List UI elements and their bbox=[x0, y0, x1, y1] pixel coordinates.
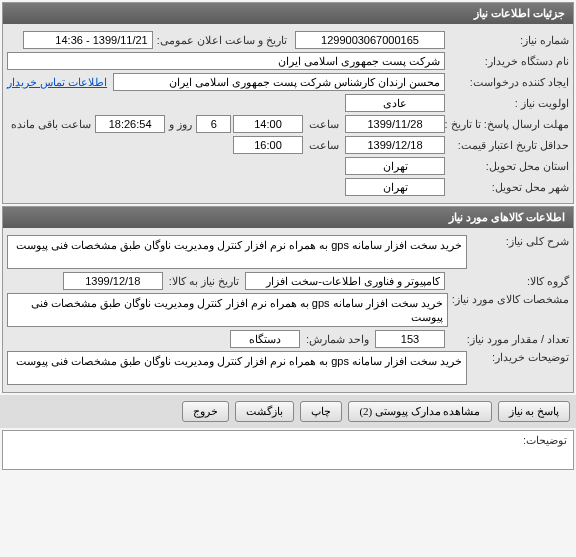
item-spec-field[interactable] bbox=[7, 293, 448, 327]
priority-label: اولویت نیاز : bbox=[449, 97, 569, 110]
need-details-body: شماره نیاز: تاریخ و ساعت اعلان عمومی: نا… bbox=[3, 24, 573, 203]
time-label-2: ساعت bbox=[309, 139, 339, 152]
deadline-label: مهلت ارسال پاسخ: تا تاریخ : bbox=[449, 118, 569, 131]
notes-label: توضیحات: bbox=[3, 431, 573, 450]
time-label-1: ساعت bbox=[309, 118, 339, 131]
delivery-city-label: شهر محل تحویل: bbox=[449, 181, 569, 194]
delivery-province-field[interactable] bbox=[345, 157, 445, 175]
unit-field[interactable] bbox=[230, 330, 300, 348]
delivery-city-field[interactable] bbox=[345, 178, 445, 196]
attachments-button[interactable]: مشاهده مدارک پیوستی (2) bbox=[348, 401, 491, 422]
contact-link[interactable]: اطلاعات تماس خریدار bbox=[7, 76, 107, 89]
goods-info-panel: اطلاعات کالاهای مورد نیاز شرح کلی نیاز: … bbox=[2, 206, 574, 393]
unit-label: واحد شمارش: bbox=[306, 333, 369, 346]
min-credit-label: حداقل تاریخ اعتبار قیمت: bbox=[449, 139, 569, 152]
priority-field[interactable] bbox=[345, 94, 445, 112]
print-button[interactable]: چاپ bbox=[300, 401, 342, 422]
need-until-label: تاریخ نیاز به کالا: bbox=[169, 275, 239, 288]
public-datetime-field[interactable] bbox=[23, 31, 153, 49]
min-credit-date-field[interactable] bbox=[345, 136, 445, 154]
min-credit-time-field[interactable] bbox=[233, 136, 303, 154]
days-remaining-field[interactable] bbox=[196, 115, 231, 133]
deadline-time-field[interactable] bbox=[233, 115, 303, 133]
creator-field[interactable] bbox=[113, 73, 445, 91]
buyer-notes-label: توضیحات خریدار: bbox=[471, 351, 569, 364]
public-datetime-label: تاریخ و ساعت اعلان عمومی: bbox=[157, 34, 287, 47]
need-details-panel: جزئیات اطلاعات نیاز شماره نیاز: تاریخ و … bbox=[2, 2, 574, 204]
buyer-org-label: نام دستگاه خریدار: bbox=[449, 55, 569, 68]
hours-remaining-field[interactable] bbox=[95, 115, 165, 133]
notes-area: توضیحات: bbox=[2, 430, 574, 470]
respond-button[interactable]: پاسخ به نیاز bbox=[498, 401, 571, 422]
need-number-field[interactable] bbox=[295, 31, 445, 49]
goods-info-body: شرح کلی نیاز: گروه کالا: تاریخ نیاز به ک… bbox=[3, 228, 573, 392]
button-bar: پاسخ به نیاز مشاهده مدارک پیوستی (2) چاپ… bbox=[0, 395, 576, 428]
need-number-label: شماره نیاز: bbox=[449, 34, 569, 47]
qty-label: تعداد / مقدار مورد نیاز: bbox=[449, 333, 569, 346]
deadline-date-field[interactable] bbox=[345, 115, 445, 133]
need-details-header: جزئیات اطلاعات نیاز bbox=[3, 3, 573, 24]
group-label: گروه کالا: bbox=[449, 275, 569, 288]
group-field[interactable] bbox=[245, 272, 445, 290]
buyer-notes-field[interactable] bbox=[7, 351, 467, 385]
hours-label: ساعت باقی مانده bbox=[11, 118, 91, 131]
need-until-field[interactable] bbox=[63, 272, 163, 290]
days-label: روز و bbox=[169, 118, 192, 131]
back-button[interactable]: بازگشت bbox=[235, 401, 294, 422]
exit-button[interactable]: خروج bbox=[182, 401, 229, 422]
general-desc-field[interactable] bbox=[7, 235, 467, 269]
goods-info-header: اطلاعات کالاهای مورد نیاز bbox=[3, 207, 573, 228]
delivery-province-label: استان محل تحویل: bbox=[449, 160, 569, 173]
buyer-org-field[interactable] bbox=[7, 52, 445, 70]
item-spec-label: مشخصات کالای مورد نیاز: bbox=[452, 293, 569, 306]
qty-field[interactable] bbox=[375, 330, 445, 348]
creator-label: ایجاد کننده درخواست: bbox=[449, 76, 569, 89]
general-desc-label: شرح کلی نیاز: bbox=[471, 235, 569, 248]
